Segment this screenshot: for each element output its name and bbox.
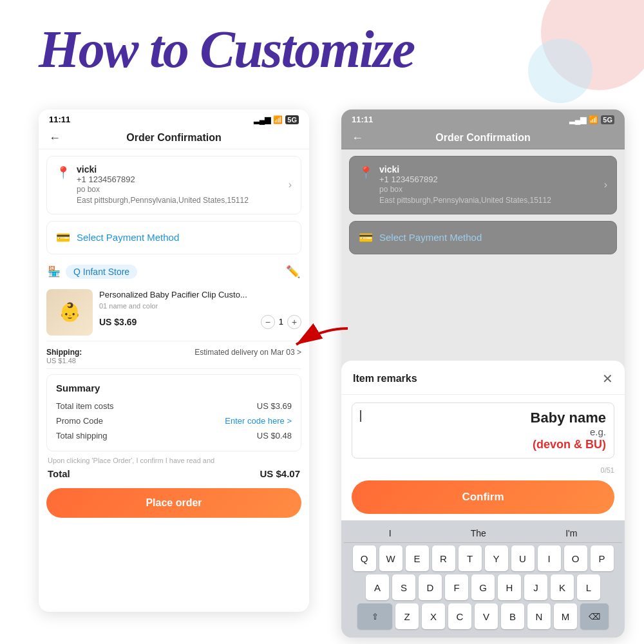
key-row-2: A S D F G H J K L <box>345 574 621 600</box>
payment-text-right: Select Payment Method <box>379 232 482 243</box>
summary-shipping-value-left: US $0.48 <box>257 431 292 440</box>
place-order-button-left[interactable]: Place order <box>46 488 301 518</box>
summary-promo-value-left[interactable]: Enter code here > <box>225 416 292 426</box>
key-shift[interactable]: ⇧ <box>357 603 392 629</box>
address-name-right: vicki <box>379 164 598 175</box>
qty-number-left: 1 <box>279 317 283 327</box>
payment-icon-right: 💳 <box>359 231 373 245</box>
key-e[interactable]: E <box>406 545 429 571</box>
store-note-icon-left[interactable]: ✏️ <box>286 265 300 279</box>
key-a[interactable]: A <box>366 574 389 600</box>
product-row-left: 👶 Personalized Baby Pacifier Clip Custo.… <box>46 284 301 341</box>
back-button-left[interactable]: ← <box>49 131 61 145</box>
product-image-left: 👶 <box>46 289 93 336</box>
summary-title-left: Summary <box>56 383 292 393</box>
network-icon-left: 5G <box>285 115 299 124</box>
total-value-left: US $4.07 <box>260 468 300 479</box>
nav-bar-left: ← Order Confirmation <box>39 127 309 149</box>
address-box-right: po box <box>379 184 598 195</box>
payment-row-left[interactable]: 💳 Select Payment Method <box>46 221 301 254</box>
right-phone: 11:11 ▂▄▆ 📶 5G ← Order Confirmation 📍 vi… <box>341 109 625 638</box>
payment-row-right[interactable]: 💳 Select Payment Method <box>349 221 617 254</box>
key-s[interactable]: S <box>392 574 415 600</box>
key-f[interactable]: F <box>445 574 468 600</box>
key-v[interactable]: V <box>475 603 498 629</box>
key-h[interactable]: H <box>498 574 521 600</box>
back-button-right[interactable]: ← <box>352 131 363 145</box>
address-content-right: vicki +1 1234567892 po box East pittsbur… <box>379 164 598 206</box>
disclaimer-left: Upon clicking 'Place Order', I confirm I… <box>48 457 300 464</box>
key-z[interactable]: Z <box>395 603 419 629</box>
summary-promo-label-left: Promo Code <box>56 416 103 426</box>
time-left: 11:11 <box>49 115 70 124</box>
key-g[interactable]: G <box>471 574 495 600</box>
key-backspace[interactable]: ⌫ <box>580 603 609 629</box>
bg-circle-blue <box>528 39 592 103</box>
status-icons-right: ▂▄▆ 📶 5G <box>569 115 614 124</box>
key-d[interactable]: D <box>419 574 442 600</box>
status-icons-left: ▂▄▆ 📶 5G <box>254 115 299 124</box>
store-name-left: Q Infant Store <box>66 265 137 279</box>
baby-name-label: Baby name <box>366 410 606 426</box>
suggestion-the[interactable]: The <box>471 528 486 538</box>
key-r[interactable]: R <box>432 545 455 571</box>
keyboard-suggestions: I The I'm <box>344 524 622 543</box>
keyboard-bottom: 123 🙂 space return <box>344 635 622 638</box>
product-info-left: Personalized Baby Pacifier Clip Custo...… <box>99 289 301 336</box>
wifi-icon-right: 📶 <box>589 115 598 124</box>
key-k[interactable]: K <box>551 574 574 600</box>
nav-title-left: Order Confirmation <box>126 132 222 144</box>
baby-name-example: (devon & BU) <box>533 438 606 451</box>
key-q[interactable]: Q <box>353 545 376 571</box>
location-icon-right: 📍 <box>359 166 373 180</box>
location-icon-left: 📍 <box>56 166 70 180</box>
shipping-cost-left: US $1.48 <box>46 357 82 365</box>
store-row-left: 🏪 Q Infant Store ✏️ <box>46 260 301 284</box>
text-cursor <box>360 410 361 422</box>
address-card-left[interactable]: 📍 vicki +1 1234567892 po box East pittsb… <box>46 156 301 214</box>
product-thumbnail-left: 👶 <box>46 289 93 336</box>
address-name-left: vicki <box>77 164 282 175</box>
address-content-left: vicki +1 1234567892 po box East pittsbur… <box>77 164 282 206</box>
red-arrow <box>283 322 348 354</box>
modal-title: Item remarks <box>353 373 417 384</box>
key-m[interactable]: M <box>554 603 577 629</box>
key-b[interactable]: B <box>501 603 524 629</box>
key-u[interactable]: U <box>511 545 535 571</box>
product-variant-left: 01 name and color <box>99 302 301 310</box>
keyboard: I The I'm Q W E R T Y U I O P <box>341 520 625 638</box>
key-i[interactable]: I <box>538 545 561 571</box>
key-j[interactable]: J <box>524 574 547 600</box>
shipping-label-left: Shipping: <box>46 348 82 357</box>
address-arrow-left: › <box>289 179 292 191</box>
key-c[interactable]: C <box>448 603 471 629</box>
key-row-3: ⇧ Z X C V B N M ⌫ <box>345 603 621 629</box>
summary-promo-row-left[interactable]: Promo Code Enter code here > <box>56 413 292 428</box>
key-l[interactable]: L <box>577 574 600 600</box>
page-title: How to Customize <box>39 19 414 80</box>
key-p[interactable]: P <box>591 545 614 571</box>
summary-shipping-label-left: Total shipping <box>56 431 108 440</box>
key-w[interactable]: W <box>379 545 402 571</box>
total-label-left: Total <box>48 468 70 479</box>
key-y[interactable]: Y <box>485 545 508 571</box>
key-n[interactable]: N <box>527 603 551 629</box>
summary-item-value-left: US $3.69 <box>257 401 292 411</box>
key-t[interactable]: T <box>459 545 482 571</box>
modal-close-button[interactable]: ✕ <box>602 371 613 386</box>
keyboard-rows: Q W E R T Y U I O P A S D F G <box>344 543 622 635</box>
key-o[interactable]: O <box>564 545 587 571</box>
qty-minus-left[interactable]: − <box>261 315 275 329</box>
address-city-left: East pittsburgh,Pennsylvania,United Stat… <box>77 195 282 206</box>
suggestion-im[interactable]: I'm <box>565 528 577 538</box>
address-card-right[interactable]: 📍 vicki +1 1234567892 po box East pittsb… <box>349 156 617 214</box>
key-x[interactable]: X <box>422 603 445 629</box>
left-phone: 11:11 ▂▄▆ 📶 5G ← Order Confirmation 📍 vi… <box>39 109 309 612</box>
note-area[interactable]: Baby name e.g. (devon & BU) <box>352 402 614 459</box>
network-icon-right: 5G <box>601 115 614 124</box>
suggestion-i[interactable]: I <box>389 528 392 538</box>
status-bar-right: 11:11 ▂▄▆ 📶 5G <box>341 109 625 127</box>
confirm-button[interactable]: Confirm <box>352 480 614 514</box>
signal-icon-left: ▂▄▆ <box>254 115 271 124</box>
store-icon-left: 🏪 <box>48 265 61 278</box>
